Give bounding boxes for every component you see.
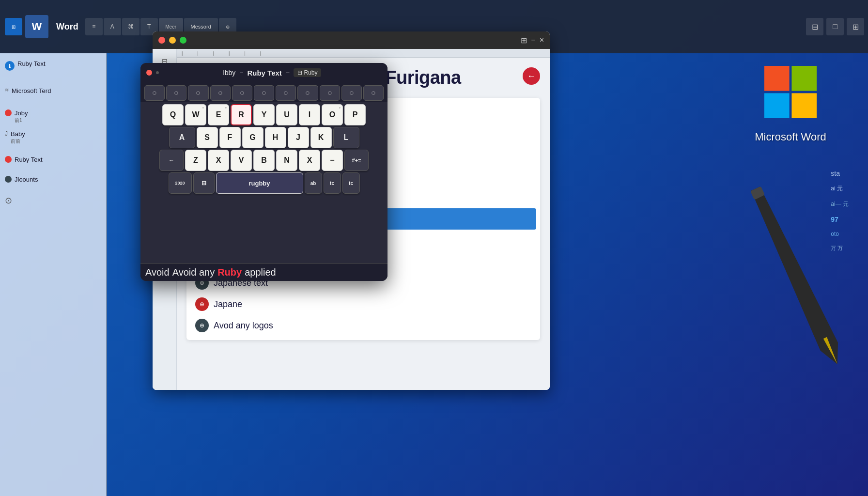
sidebar-item-ruby-text[interactable]: ℹ Ruby Text [4, 58, 102, 73]
key-row-3: ← Z X V B N X − #+= [143, 150, 385, 171]
sidebar-item-joby[interactable]: Joby 前1 [4, 108, 102, 125]
ruler-mark: | [229, 51, 230, 56]
system-icon[interactable]: ⊞ [5, 18, 22, 35]
ruler-mark: | [244, 51, 245, 56]
window-titlebar: ⊞ − × [153, 31, 550, 49]
fn-key-2[interactable]: ⬡ [166, 85, 186, 101]
key-ab[interactable]: ab [305, 172, 322, 194]
keyboard-title-area: lbby − Ruby Text − ⊟ Ruby [163, 68, 382, 77]
list-icon-10: ⊕ [195, 297, 209, 311]
key-N[interactable]: N [276, 150, 297, 171]
key-G[interactable]: G [242, 127, 264, 148]
fn-key-6[interactable]: ⬡ [254, 85, 274, 101]
minimize-button[interactable] [169, 37, 176, 44]
right-text-2: ai 元 [831, 185, 843, 193]
key-P[interactable]: P [344, 104, 366, 125]
key-row-2: A S F G H J K L [143, 127, 385, 148]
right-item-5: oto [831, 231, 849, 237]
key-2020[interactable]: 2020 [169, 172, 192, 194]
fn-key-8[interactable]: ⬡ [297, 85, 318, 101]
key-F[interactable]: F [219, 127, 241, 148]
sidebar-item-bottom[interactable]: ⊙ [4, 193, 102, 208]
close-button[interactable] [158, 37, 165, 44]
sidebar-item-ms-terd[interactable]: ≋ Microsoft Terd [4, 85, 102, 97]
taskbar-right-icon[interactable]: □ [826, 18, 844, 35]
key-L[interactable]: L [333, 127, 359, 148]
fn-key-5[interactable]: ⬡ [232, 85, 252, 101]
minimize-ctrl[interactable]: − [531, 36, 535, 45]
key-X2[interactable]: X [299, 150, 320, 171]
right-text-4: 97 [831, 216, 838, 223]
key-special[interactable]: #+= [344, 150, 369, 171]
fn-key-1[interactable]: ⬡ [144, 85, 165, 101]
maximize-button[interactable] [180, 37, 186, 44]
key-space[interactable]: rugbby [216, 172, 303, 194]
list-text-11: Avod any logos [214, 321, 273, 331]
list-item[interactable]: ⊕ Avod any logos [190, 315, 536, 336]
keyboard-app-label: lbby [223, 69, 236, 77]
key-K[interactable]: K [310, 127, 332, 148]
taskbar-right-icon[interactable]: ⊟ [806, 18, 823, 35]
key-Y[interactable]: Y [253, 104, 275, 125]
key-V[interactable]: V [231, 150, 252, 171]
bottom-applied-text: applied [245, 267, 276, 278]
key-U[interactable]: U [276, 104, 297, 125]
ribbon-icon[interactable]: A [104, 18, 121, 35]
fn-key-11[interactable]: ⬡ [363, 85, 384, 101]
key-emoji[interactable]: ⊟ [193, 172, 215, 194]
key-tc[interactable]: tc [324, 172, 341, 194]
left-sidebar: ℹ Ruby Text ≋ Microsoft Terd Joby 前1 J B… [0, 53, 107, 496]
ribbon-icon[interactable]: ≡ [85, 18, 103, 35]
ruler-mark: | [260, 51, 261, 56]
svg-rect-0 [764, 66, 790, 91]
sidebar-red-icon2 [5, 156, 12, 163]
sidebar-item-jloounts[interactable]: Jloounts [4, 174, 102, 186]
fn-key-9[interactable]: ⬡ [320, 85, 340, 101]
key-shift[interactable]: ← [159, 150, 184, 171]
key-W[interactable]: W° [185, 104, 206, 125]
word-icon[interactable]: W [25, 15, 48, 38]
fn-key-3[interactable]: ⬡ [188, 85, 208, 101]
key-X[interactable]: X [208, 150, 229, 171]
key-E[interactable]: E° [208, 104, 229, 125]
key-Q[interactable]: Q [162, 104, 184, 125]
ribbon-icon[interactable]: ⌘ [122, 18, 140, 35]
close-ctrl[interactable]: × [540, 36, 544, 45]
key-B[interactable]: B [253, 150, 275, 171]
key-H[interactable]: H [265, 127, 286, 148]
sidebar-label-joby: Joby [15, 109, 28, 118]
key-R[interactable]: R [231, 104, 252, 125]
sidebar-item-ruby-text2[interactable]: Ruby Text [4, 154, 102, 166]
pin-button[interactable]: ⊞ [521, 36, 527, 45]
key-tc2[interactable]: tc [342, 172, 360, 194]
sidebar-sublabel-joby: 前1 [15, 118, 28, 124]
bottom-preview-text: Avoid Avoid any Ruby applied [145, 267, 383, 278]
fn-key-7[interactable]: ⬡ [276, 85, 296, 101]
keyboard-header: lbby − Ruby Text − ⊟ Ruby [140, 63, 388, 82]
list-item[interactable]: ⊕ Japane [190, 294, 536, 315]
key-dash[interactable]: − [322, 150, 343, 171]
back-arrow-button[interactable]: ← [523, 67, 540, 85]
svg-rect-1 [791, 66, 817, 91]
keyboard-separator: − [239, 69, 243, 77]
right-text-1: sta [831, 170, 840, 177]
key-O[interactable]: O° [322, 104, 343, 125]
word-app-icon[interactable]: W [25, 15, 48, 38]
word-taskbar-label: Word [56, 22, 78, 32]
key-I[interactable]: I [299, 104, 320, 125]
right-items: sta ai 元 ai— 元 97 oto 万 万 [831, 170, 849, 252]
taskbar-right-icon[interactable]: ⊞ [847, 18, 864, 35]
key-S[interactable]: S [197, 127, 218, 148]
key-J[interactable]: J [288, 127, 309, 148]
key-Z[interactable]: Z [185, 150, 206, 171]
right-item-6: 万 万 [831, 245, 849, 252]
fn-key-10[interactable]: ⬡ [341, 85, 362, 101]
key-A[interactable]: A [169, 127, 195, 148]
sidebar-label-ms: Microsoft Terd [12, 87, 51, 95]
sidebar-item-baby[interactable]: J Baby 前前 [4, 128, 102, 146]
sidebar-info-icon: ℹ [5, 61, 15, 71]
right-item-2: ai 元 [831, 185, 849, 193]
keyboard-popup: lbby − Ruby Text − ⊟ Ruby ⬡ ⬡ ⬡ ⬡ ⬡ ⬡ ⬡ … [140, 63, 388, 281]
keyboard-close-button[interactable] [146, 70, 152, 76]
fn-key-4[interactable]: ⬡ [210, 85, 231, 101]
